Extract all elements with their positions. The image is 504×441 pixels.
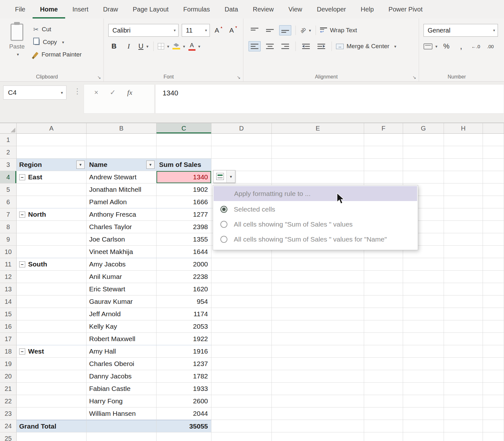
row-header-5[interactable]: 5: [0, 183, 17, 196]
cell-x3[interactable]: [483, 159, 504, 171]
row-header-6[interactable]: 6: [0, 196, 17, 208]
cell-B13[interactable]: Eric Stewart: [87, 283, 157, 295]
cell-D13[interactable]: [211, 283, 272, 295]
cell-C13[interactable]: 1620: [157, 283, 211, 295]
cell-C16[interactable]: 2053: [157, 320, 211, 333]
cell-H12[interactable]: [444, 271, 483, 283]
cell-G3[interactable]: [403, 159, 444, 171]
cell-G1[interactable]: [403, 134, 444, 146]
cell-E19[interactable]: [272, 358, 364, 370]
cell-B14[interactable]: Gaurav Kumar: [87, 295, 157, 308]
cell-C19[interactable]: 1237: [157, 358, 211, 370]
cell-H17[interactable]: [444, 333, 483, 345]
cell-D15[interactable]: [211, 308, 272, 320]
cell-x4[interactable]: [483, 171, 504, 183]
cell-A4[interactable]: −East: [17, 171, 87, 183]
cell-C22[interactable]: 2600: [157, 395, 211, 407]
cell-G12[interactable]: [403, 271, 444, 283]
number-format-combo[interactable]: General ▾: [424, 24, 498, 37]
cell-D22[interactable]: [211, 395, 272, 407]
comma-style-button[interactable]: ,: [455, 40, 467, 52]
cell-H15[interactable]: [444, 308, 483, 320]
cell-G2[interactable]: [403, 146, 444, 159]
cell-H22[interactable]: [444, 395, 483, 407]
row-header-11[interactable]: 11: [0, 258, 17, 271]
cell-A15[interactable]: [17, 308, 87, 320]
cell-A8[interactable]: [17, 221, 87, 233]
cell-x19[interactable]: [483, 358, 504, 370]
cell-F16[interactable]: [364, 320, 403, 333]
cell-G17[interactable]: [403, 333, 444, 345]
cell-E11[interactable]: [272, 258, 364, 271]
percent-style-button[interactable]: %: [441, 40, 452, 52]
fill-color-button[interactable]: ▾: [172, 40, 185, 52]
cell-B12[interactable]: Anil Kumar: [87, 271, 157, 283]
row-header-13[interactable]: 13: [0, 283, 17, 295]
row-header-2[interactable]: 2: [0, 146, 17, 159]
cell-C4[interactable]: 1340: [157, 171, 211, 183]
ribbon-tab-file[interactable]: File: [8, 0, 33, 19]
align-center-button[interactable]: [264, 41, 276, 51]
cell-B11[interactable]: Amy Jacobs: [87, 258, 157, 271]
cell-F13[interactable]: [364, 283, 403, 295]
cell-E23[interactable]: [272, 407, 364, 420]
cell-C24[interactable]: 35055: [157, 420, 211, 432]
cut-button[interactable]: ✂ Cut: [33, 26, 82, 33]
copy-button[interactable]: Copy ▾: [33, 39, 82, 46]
cell-x17[interactable]: [483, 333, 504, 345]
italic-button[interactable]: I: [123, 40, 134, 52]
cell-C14[interactable]: 954: [157, 295, 211, 308]
font-name-combo[interactable]: Calibri ▾: [108, 24, 179, 37]
cell-A1[interactable]: [17, 134, 87, 146]
cell-E22[interactable]: [272, 395, 364, 407]
cell-G23[interactable]: [403, 407, 444, 420]
row-header-4[interactable]: 4: [0, 171, 17, 183]
ribbon-tab-data[interactable]: Data: [217, 0, 245, 19]
cell-F11[interactable]: [364, 258, 403, 271]
cell-H25[interactable]: [444, 432, 483, 441]
cell-B18[interactable]: Amy Hall: [87, 345, 157, 358]
popup-option-all-cells-showing-sum-of-sales-values[interactable]: All cells showing "Sum of Sales " values: [213, 217, 418, 232]
cell-A10[interactable]: [17, 246, 87, 258]
cell-C2[interactable]: [157, 146, 211, 159]
cell-H4[interactable]: [444, 171, 483, 183]
enter-icon[interactable]: ✓: [110, 88, 116, 97]
chevron-down-icon[interactable]: ▾: [227, 174, 235, 179]
cell-C12[interactable]: 2238: [157, 271, 211, 283]
radio-icon[interactable]: [220, 206, 227, 213]
decrease-indent-button[interactable]: [300, 41, 312, 51]
collapse-icon[interactable]: −: [19, 261, 25, 267]
cell-C11[interactable]: 2000: [157, 258, 211, 271]
cell-B20[interactable]: Danny Jacobs: [87, 370, 157, 383]
cell-F2[interactable]: [364, 146, 403, 159]
cell-x8[interactable]: [483, 221, 504, 233]
cell-D23[interactable]: [211, 407, 272, 420]
cell-B25[interactable]: [87, 432, 157, 441]
ribbon-tab-power-pivot[interactable]: Power Pivot: [381, 0, 430, 19]
cell-G13[interactable]: [403, 283, 444, 295]
increase-indent-button[interactable]: [315, 41, 327, 51]
cell-D11[interactable]: [211, 258, 272, 271]
cell-B19[interactable]: Charles Oberoi: [87, 358, 157, 370]
cell-E12[interactable]: [272, 271, 364, 283]
cell-E14[interactable]: [272, 295, 364, 308]
cell-E4[interactable]: [272, 171, 364, 183]
cell-B9[interactable]: Joe Carlson: [87, 233, 157, 246]
cell-D20[interactable]: [211, 370, 272, 383]
cell-A20[interactable]: [17, 370, 87, 383]
name-box-resize-handle[interactable]: ⋮: [73, 87, 81, 96]
cell-C10[interactable]: 1644: [157, 246, 211, 258]
paste-button[interactable]: Paste ▾: [6, 24, 28, 56]
cell-F1[interactable]: [364, 134, 403, 146]
cell-H19[interactable]: [444, 358, 483, 370]
cell-F25[interactable]: [364, 432, 403, 441]
row-header-17[interactable]: 17: [0, 333, 17, 345]
cell-C8[interactable]: 2398: [157, 221, 211, 233]
radio-icon[interactable]: [220, 221, 227, 228]
cell-H20[interactable]: [444, 370, 483, 383]
cell-C18[interactable]: 1916: [157, 345, 211, 358]
cell-B6[interactable]: Pamel Adlon: [87, 196, 157, 208]
cell-x24[interactable]: [483, 420, 504, 432]
cell-H9[interactable]: [444, 233, 483, 246]
cell-F15[interactable]: [364, 308, 403, 320]
